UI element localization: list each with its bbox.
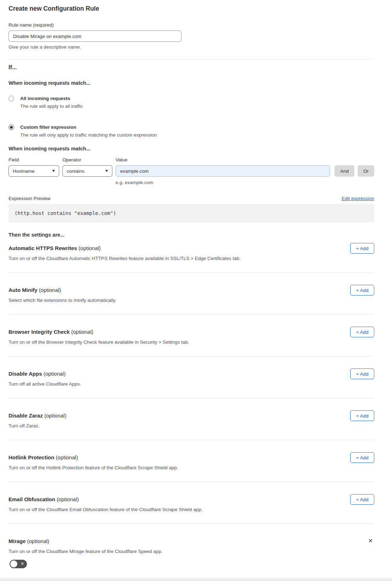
setting-description: Turn on or off the Cloudflare Automatic … (9, 255, 241, 261)
close-icon[interactable]: ✕ (368, 537, 373, 544)
setting-text: Mirage (optional) Turn on or off the Clo… (9, 538, 163, 568)
setting-title: Automatic HTTPS Rewrites (optional) (9, 245, 241, 251)
add-button-email-obfuscation[interactable]: + Add (350, 494, 374, 505)
setting-disable-apps: Disable Apps (optional) Turn off all act… (9, 356, 374, 398)
add-button-browser-integrity-check[interactable]: + Add (350, 327, 374, 337)
setting-browser-integrity-check: Browser Integrity Check (optional) Turn … (9, 315, 374, 356)
optional-suffix: (optional) (44, 413, 67, 419)
expression-preview-code: (http.host contains "example.com") (9, 204, 374, 222)
add-button-automatic-https-rewrites[interactable]: + Add (350, 243, 374, 254)
setting-description: Select which file extensions to minify a… (9, 297, 116, 303)
radio-label: All incoming requests (20, 95, 83, 101)
setting-title: Email Obfuscation (optional) (9, 496, 203, 503)
setting-title: Hotlink Protection (optional) (9, 454, 178, 461)
radio-icon[interactable] (9, 124, 14, 130)
setting-name: Automatic HTTPS Rewrites (9, 245, 77, 251)
settings-heading: Then the settings are... (9, 232, 374, 238)
page-title: Create new Configuration Rule (9, 5, 374, 12)
radio-text: All incoming requests The rule will appl… (20, 95, 83, 109)
setting-text: Disable Zaraz (optional) Turn off Zaraz. (9, 412, 66, 429)
rule-name-input[interactable] (9, 31, 181, 42)
setting-name: Disable Apps (9, 371, 42, 377)
setting-name: Mirage (9, 538, 26, 544)
setting-text: Auto Minify (optional) Select which file… (9, 287, 116, 303)
setting-description: Turn off Zaraz. (9, 423, 66, 429)
optional-suffix: (optional) (44, 371, 66, 377)
expression-builder-row: Field Hostname Operator contains Value e… (9, 157, 374, 185)
radio-description: The rule will apply to all traffic (20, 104, 83, 109)
value-hint: e.g. example.com (116, 180, 330, 185)
expression-text: (http.host contains "example.com") (15, 210, 116, 216)
optional-suffix: (optional) (57, 496, 79, 502)
divider (9, 59, 374, 60)
optional-suffix: (optional) (71, 329, 94, 335)
setting-name: Browser Integrity Check (9, 329, 70, 335)
operator-column: Operator contains (62, 157, 112, 177)
setting-name: Auto Minify (9, 287, 38, 293)
operator-select[interactable]: contains (62, 165, 112, 177)
and-button[interactable]: And (335, 165, 354, 177)
rule-name-label: Rule name (required) (9, 22, 374, 28)
expression-preview-label: Expression Preview (9, 196, 51, 201)
operator-label: Operator (62, 157, 112, 162)
toggle-knob (10, 560, 17, 568)
setting-name: Disable Zaraz (9, 413, 43, 419)
toggle-x-icon: ✕ (21, 562, 24, 566)
setting-text: Email Obfuscation (optional) Turn on or … (9, 496, 203, 513)
radio-custom-filter-expression[interactable]: Custom filter expression The rule will o… (9, 124, 374, 138)
setting-automatic-https-rewrites: Automatic HTTPS Rewrites (optional) Turn… (9, 238, 374, 273)
setting-description: Turn off all active Cloudflare Apps. (9, 381, 81, 387)
add-button-disable-zaraz[interactable]: + Add (350, 410, 374, 421)
chevron-down-icon (52, 170, 55, 172)
setting-description: Turn on or off the Cloudflare Mirage fea… (9, 548, 163, 554)
builder-heading: When incoming requests match... (9, 146, 374, 151)
value-label: Value (116, 157, 330, 162)
setting-description: Turn on or off the Browser Integrity Che… (9, 339, 189, 345)
footer-edge (0, 577, 392, 581)
radio-description: The rule will only apply to traffic matc… (20, 132, 157, 138)
operator-select-value: contains (67, 168, 84, 174)
setting-hotlink-protection: Hotlink Protection (optional) Turn on or… (9, 440, 374, 482)
field-select[interactable]: Hostname (9, 165, 59, 177)
radio-text: Custom filter expression The rule will o… (20, 124, 157, 138)
value-input[interactable] (116, 165, 330, 177)
create-configuration-rule-form: Create new Configuration Rule Rule name … (0, 5, 392, 568)
radio-all-incoming-requests[interactable]: All incoming requests The rule will appl… (9, 95, 374, 109)
setting-title: Disable Apps (optional) (9, 370, 81, 377)
if-heading: If... (9, 64, 374, 71)
optional-suffix: (optional) (79, 245, 101, 251)
or-button[interactable]: Or (358, 165, 374, 177)
setting-title: Mirage (optional) (9, 538, 163, 544)
value-column: Value e.g. example.com (116, 157, 330, 185)
expression-preview-header: Expression Preview Edit expression (9, 196, 374, 201)
setting-description: Turn on or off the Cloudflare Email Obfu… (9, 507, 203, 513)
edit-expression-link[interactable]: Edit expression (342, 196, 374, 201)
setting-title: Browser Integrity Check (optional) (9, 328, 189, 335)
optional-suffix: (optional) (39, 287, 61, 293)
field-column: Field Hostname (9, 157, 59, 177)
radio-label: Custom filter expression (20, 124, 157, 130)
optional-suffix: (optional) (56, 454, 78, 460)
radio-icon[interactable] (9, 96, 14, 101)
field-select-value: Hostname (13, 168, 35, 174)
setting-auto-minify: Auto Minify (optional) Select which file… (9, 273, 374, 315)
setting-text: Browser Integrity Check (optional) Turn … (9, 328, 189, 345)
field-label: Field (9, 157, 59, 162)
add-button-hotlink-protection[interactable]: + Add (350, 452, 374, 463)
setting-name: Hotlink Protection (9, 454, 54, 460)
setting-text: Automatic HTTPS Rewrites (optional) Turn… (9, 245, 241, 261)
setting-email-obfuscation: Email Obfuscation (optional) Turn on or … (9, 482, 374, 524)
setting-text: Disable Apps (optional) Turn off all act… (9, 370, 81, 387)
add-button-disable-apps[interactable]: + Add (350, 369, 374, 379)
optional-suffix: (optional) (27, 538, 50, 544)
setting-description: Turn on or off the Hotlink Protection fe… (9, 465, 178, 471)
rule-name-help: Give your rule a descriptive name. (9, 44, 374, 50)
setting-name: Email Obfuscation (9, 496, 55, 502)
setting-disable-zaraz: Disable Zaraz (optional) Turn off Zaraz.… (9, 398, 374, 440)
setting-title: Auto Minify (optional) (9, 287, 116, 293)
setting-mirage: Mirage (optional) Turn on or off the Clo… (9, 524, 374, 568)
setting-title: Disable Zaraz (optional) (9, 412, 66, 419)
mirage-toggle[interactable]: ✕ (10, 560, 27, 568)
setting-text: Hotlink Protection (optional) Turn on or… (9, 454, 178, 471)
add-button-auto-minify[interactable]: + Add (350, 285, 374, 295)
